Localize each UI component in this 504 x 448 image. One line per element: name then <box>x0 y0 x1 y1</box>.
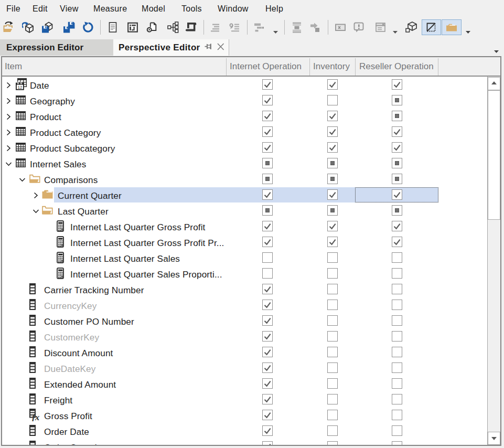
svg-text:fx: fx <box>32 412 40 421</box>
svg-text:12: 12 <box>18 85 23 90</box>
